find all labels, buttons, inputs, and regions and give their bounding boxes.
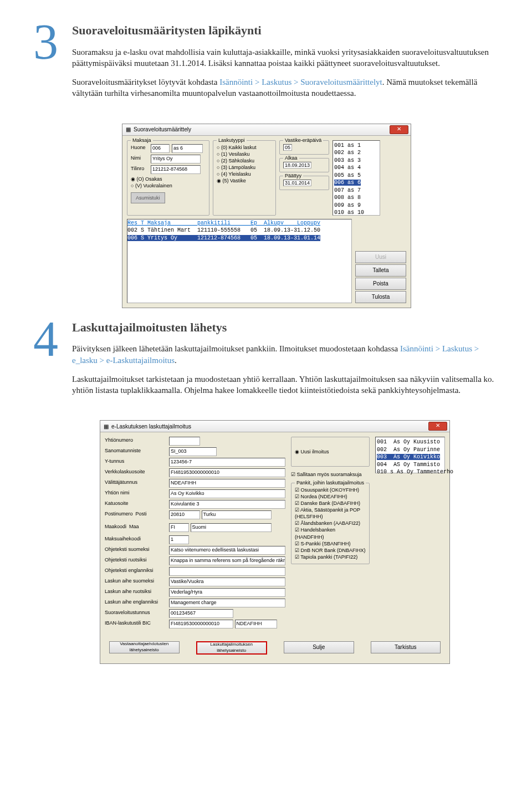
yhtionumero-field[interactable] bbox=[169, 437, 200, 446]
tilinro-field[interactable]: 121212-874568 bbox=[151, 165, 201, 174]
valittajatunnus-field[interactable]: NDEAFIHH bbox=[169, 479, 285, 488]
huone-nimi-field[interactable]: as 6 bbox=[172, 144, 203, 153]
close-icon[interactable]: ✕ bbox=[428, 422, 447, 431]
sallitaan-check[interactable]: Sallitaan myös suoramaksuja bbox=[291, 471, 370, 478]
sanomatunniste-field[interactable]: SI_003 bbox=[169, 447, 217, 456]
app-icon: ▦ bbox=[125, 126, 131, 133]
section-4-para1: Päivityksen jälkeen lähetetään laskuttaj… bbox=[72, 343, 499, 366]
yhtio-list[interactable]: 001 As Oy Kuusisto 002 As Oy Paurinne 00… bbox=[375, 437, 445, 473]
section-3-title: Suoraveloitusmääritysten läpikäynti bbox=[72, 22, 499, 39]
alkaa-field[interactable]: 18.09.2013 bbox=[283, 162, 311, 168]
yhtionimi-field[interactable]: As Oy Koivikko bbox=[169, 489, 285, 498]
titlebar: ▦ e-Laskutuksen laskuttajailmoitus ✕ bbox=[100, 421, 449, 432]
katuosoite-field[interactable]: Koivulantie 3 bbox=[169, 500, 285, 509]
radio-osakas[interactable]: (O) Osakas bbox=[131, 176, 206, 182]
nimi-field[interactable]: Yritys Oy bbox=[151, 155, 201, 163]
section-number-3: 3 bbox=[33, 22, 72, 107]
screenshot-laskuttajailmoitus: ▦ e-Laskutuksen laskuttajailmoitus ✕ Yht… bbox=[100, 420, 450, 663]
uusi-ilmoitus-radio[interactable]: Uusi ilmoitus bbox=[295, 448, 329, 455]
huone-field[interactable]: 006 bbox=[151, 144, 170, 153]
paattyy-field[interactable]: 31.01.2014 bbox=[283, 180, 311, 186]
section-4-para2: Laskuttajailmoitukset tarkistetaan ja mu… bbox=[72, 374, 499, 396]
radio-vuokralainen[interactable]: (V) Vuokralainen bbox=[131, 182, 206, 189]
window-title: Suoraveloitusmäärittely bbox=[134, 126, 191, 134]
section-3-para2: Suoraveloitusmääritykset löytyvät kohdas… bbox=[72, 76, 499, 99]
uusi-button[interactable]: Uusi bbox=[355, 251, 406, 263]
erapv-field[interactable]: 05 bbox=[283, 144, 292, 151]
sulje-button[interactable]: Sulje bbox=[284, 641, 354, 653]
ytunnus-field[interactable]: 123456-7 bbox=[169, 458, 285, 467]
listing-table[interactable]: Res T Maksaja pankkitili Ep Alkupv Loppu… bbox=[127, 219, 352, 303]
section-4-title: Laskuttajailmoitusten lähetys bbox=[72, 319, 499, 336]
section-3-para1: Suoramaksu ja e-lasku ovat mahdollisia v… bbox=[72, 47, 499, 69]
tulosta-button[interactable]: Tulosta bbox=[355, 291, 406, 303]
section-number-4: 4 bbox=[33, 319, 72, 404]
poista-button[interactable]: Poista bbox=[355, 278, 406, 290]
section-4: 4 Laskuttajailmoitusten lähetys Päivityk… bbox=[33, 319, 499, 404]
talleta-button[interactable]: Talleta bbox=[355, 264, 406, 277]
titlebar: ▦ Suoraveloitusmäärittely ✕ bbox=[122, 124, 411, 136]
laskuttajailmoitus-button[interactable]: Laskuttajailmoituksen lähetysaineisto bbox=[196, 641, 268, 655]
close-icon[interactable]: ✕ bbox=[390, 125, 408, 134]
vastaanottaja-button[interactable]: Vastaanottajaehdotusten lähetysaineisto bbox=[109, 641, 180, 653]
window-title: e-Laskutuksen laskuttajailmoitus bbox=[111, 423, 191, 431]
asumistuki-button[interactable]: Asumistuki bbox=[131, 192, 165, 203]
app-icon: ▦ bbox=[103, 423, 109, 430]
section-3: 3 Suoraveloitusmääritysten läpikäynti Su… bbox=[33, 22, 499, 107]
verkkolaskuosoite-field[interactable]: FI4819530000000010 bbox=[169, 468, 285, 477]
screenshot-suoraveloitusmaarittely: ▦ Suoraveloitusmäärittely ✕ Maksaja Huon… bbox=[122, 124, 411, 308]
room-list[interactable]: 001 as 1 002 as 2 003 as 3 004 as 4 005 … bbox=[332, 140, 380, 216]
tarkistus-button[interactable]: Tarkistus bbox=[371, 641, 441, 653]
